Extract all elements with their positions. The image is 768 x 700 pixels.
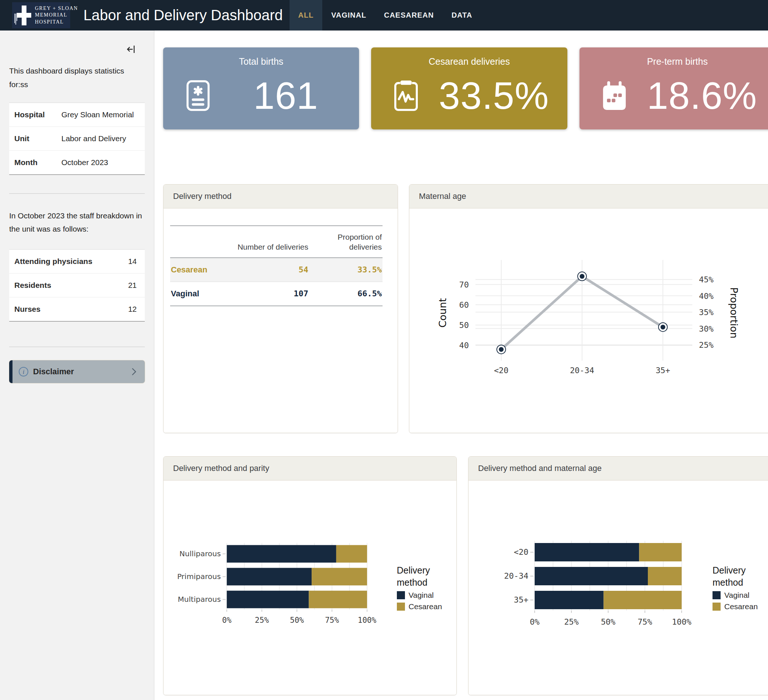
svg-text:30%: 30% xyxy=(699,324,714,333)
table-row: Cesarean 54 33.5% xyxy=(170,258,382,282)
legend-title: Delivery method xyxy=(397,564,456,588)
preterm-value: 18.6% xyxy=(629,74,768,118)
table-row: Residents 21 xyxy=(9,274,145,298)
table-row: Month October 2023 xyxy=(9,151,145,175)
svg-text:50: 50 xyxy=(459,320,469,330)
sidebar-collapse-icon[interactable] xyxy=(126,44,137,56)
legend-item-cesarean: Cesarean xyxy=(397,602,456,611)
staff-intro-text: In October 2023 the staff breakdown in t… xyxy=(9,209,145,236)
table-row: Hospital Grey Sloan Memorial xyxy=(9,103,145,127)
svg-text:45%: 45% xyxy=(699,275,714,284)
sidebar-intro-text: This dashboard displays statistics for:s… xyxy=(9,64,145,91)
hospital-logo-text: GREY + SLOAN MEMORIAL HOSPITAL xyxy=(35,5,78,26)
age-bar-chart: <2020-3435+0%25%50%75%100% xyxy=(472,540,707,636)
tab-vaginal[interactable]: VAGINAL xyxy=(322,0,375,30)
tab-all[interactable]: ALL xyxy=(290,0,323,30)
svg-text:Multiparous: Multiparous xyxy=(178,595,221,604)
value-box-cesarean: Cesarean deliveries 33.5% xyxy=(371,47,567,130)
maternal-age-line-chart: 4050607025%30%35%40%45%<2020-3435+CountP… xyxy=(410,208,758,429)
card-title: Delivery method and maternal age xyxy=(469,457,768,481)
legend: Delivery method Vaginal Cesarean xyxy=(397,564,456,611)
age-bars-card: Delivery method and maternal age <2020-3… xyxy=(468,456,768,695)
svg-text:0%: 0% xyxy=(530,617,540,626)
svg-text:Primiparous: Primiparous xyxy=(177,572,221,581)
value-box-preterm: Pre-term births 18.6% xyxy=(579,47,768,130)
calendar-week-icon xyxy=(600,78,629,113)
svg-text:100%: 100% xyxy=(358,616,377,625)
svg-text:20-34: 20-34 xyxy=(504,571,528,580)
svg-text:50%: 50% xyxy=(290,616,304,625)
page-title: Labor and Delivery Dashboard xyxy=(83,7,283,24)
legend-title: Delivery method xyxy=(712,564,768,588)
legend-item-cesarean: Cesarean xyxy=(712,602,768,611)
value-box-total-births: Total births 161 xyxy=(163,47,359,130)
staff-table: Attending physicians 14 Residents 21 Nur… xyxy=(9,249,145,322)
parity-bar-chart: NulliparousPrimiparousMultiparous0%25%50… xyxy=(166,540,391,636)
card-title: Maternal age xyxy=(410,184,768,208)
svg-text:Nulliparous: Nulliparous xyxy=(179,549,221,558)
clipboard-pulse-icon xyxy=(392,78,420,113)
cesarean-swatch xyxy=(712,602,721,611)
svg-text:40: 40 xyxy=(459,341,469,350)
cesarean-value: 33.5% xyxy=(420,74,567,118)
disclaimer-label: Disclaimer xyxy=(33,367,130,376)
sidebar: This dashboard displays statistics for:s… xyxy=(0,30,154,700)
svg-text:25%: 25% xyxy=(255,616,269,625)
svg-text:35+: 35+ xyxy=(656,366,670,375)
svg-text:Count: Count xyxy=(437,298,448,328)
disclaimer-button[interactable]: i Disclaimer xyxy=(9,360,145,383)
svg-text:75%: 75% xyxy=(325,616,339,625)
info-icon: i xyxy=(18,367,29,377)
nav-tabs: ALL VAGINAL CAESAREAN DATA xyxy=(290,0,482,30)
svg-text:0%: 0% xyxy=(222,616,232,625)
sidebar-divider xyxy=(9,347,145,347)
legend-item-vaginal: Vaginal xyxy=(397,591,456,600)
delivery-method-card: Delivery method Number of deliveries Pro… xyxy=(163,184,398,433)
legend: Delivery method Vaginal Cesarean xyxy=(712,564,768,611)
table-row: Attending physicians 14 xyxy=(9,250,145,274)
svg-text:<20: <20 xyxy=(494,366,509,375)
file-medical-icon xyxy=(184,78,213,113)
svg-text:100%: 100% xyxy=(672,617,691,626)
svg-text:35%: 35% xyxy=(699,308,714,317)
svg-text:50%: 50% xyxy=(601,617,616,626)
table-row: Vaginal 107 66.5% xyxy=(170,282,382,306)
value-box-row: Total births 161 xyxy=(163,47,768,130)
maternal-age-card: Maternal age 4050607025%30%35%40%45%<202… xyxy=(409,184,768,433)
svg-text:35+: 35+ xyxy=(514,595,528,604)
svg-text:25%: 25% xyxy=(564,617,579,626)
svg-text:<20: <20 xyxy=(514,548,528,557)
delivery-method-table: Number of deliveries Proportion of deliv… xyxy=(170,225,382,306)
svg-text:75%: 75% xyxy=(638,617,652,626)
svg-text:70: 70 xyxy=(459,280,469,289)
hospital-cross-icon xyxy=(14,5,34,26)
table-row: Nurses 12 xyxy=(9,298,145,322)
svg-text:i: i xyxy=(23,368,25,375)
vaginal-swatch xyxy=(397,591,405,599)
vaginal-swatch xyxy=(712,591,721,599)
svg-text:25%: 25% xyxy=(699,340,714,350)
table-row: Unit Labor and Delivery xyxy=(9,127,145,151)
parity-card: Delivery method and parity NulliparousPr… xyxy=(163,456,457,695)
main-content: Total births 161 xyxy=(154,30,768,700)
sidebar-divider xyxy=(9,193,145,194)
navbar: GREY + SLOAN MEMORIAL HOSPITAL Labor and… xyxy=(0,0,768,30)
card-title: Delivery method and parity xyxy=(163,457,456,481)
hospital-logo: GREY + SLOAN MEMORIAL HOSPITAL xyxy=(12,2,70,28)
total-births-value: 161 xyxy=(213,74,359,118)
tab-caesarean[interactable]: CAESAREAN xyxy=(375,0,443,30)
cesarean-swatch xyxy=(397,602,405,611)
legend-item-vaginal: Vaginal xyxy=(712,591,768,600)
hospital-info-table: Hospital Grey Sloan Memorial Unit Labor … xyxy=(9,103,145,175)
chevron-right-icon xyxy=(130,367,138,376)
tab-data[interactable]: DATA xyxy=(443,0,482,30)
svg-text:Proportion: Proportion xyxy=(728,287,740,338)
svg-text:20-34: 20-34 xyxy=(570,366,594,375)
svg-text:60: 60 xyxy=(459,300,469,309)
card-title: Delivery method xyxy=(163,184,398,208)
svg-text:40%: 40% xyxy=(699,292,714,301)
